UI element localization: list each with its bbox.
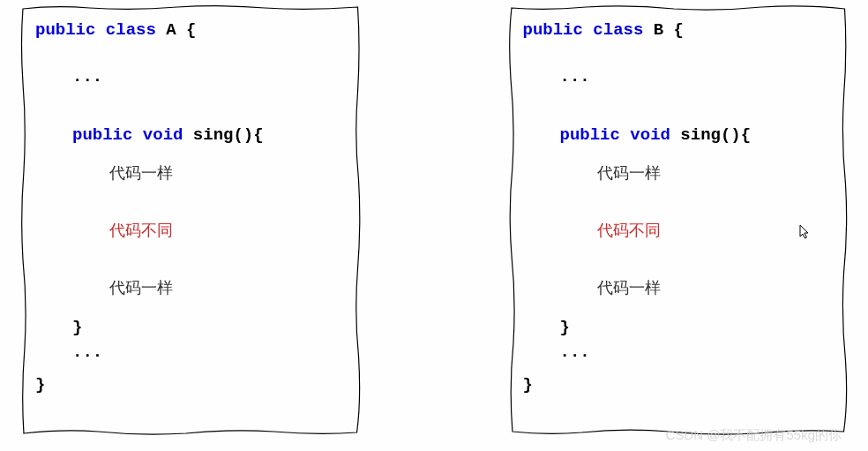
code-same-2: 代码一样 bbox=[35, 277, 346, 301]
code-same-2: 代码一样 bbox=[523, 277, 834, 301]
class-decl: public class A { bbox=[35, 18, 346, 43]
class-decl: public class B { bbox=[523, 18, 834, 43]
code-diff: 代码不同 bbox=[523, 220, 834, 244]
code-same-1: 代码一样 bbox=[35, 162, 346, 186]
method-decl: public void sing(){ bbox=[35, 123, 346, 148]
code-diff: 代码不同 bbox=[35, 220, 346, 244]
ellipsis-2: ... bbox=[523, 340, 834, 365]
method-close: } bbox=[523, 315, 834, 341]
cursor-icon bbox=[799, 224, 812, 244]
method-close: } bbox=[35, 315, 346, 341]
method-decl: public void sing(){ bbox=[523, 123, 834, 148]
ellipsis: ... bbox=[35, 64, 346, 90]
code-same-1: 代码一样 bbox=[523, 162, 834, 186]
class-close: } bbox=[523, 372, 834, 398]
watermark: CSDN @我不配拥有55kg的你 bbox=[666, 427, 842, 444]
code-box-a: public class A { ... public void sing(){… bbox=[19, 4, 362, 436]
ellipsis: ... bbox=[523, 64, 834, 90]
ellipsis-2: ... bbox=[35, 340, 346, 365]
code-box-b: public class B { ... public void sing(){… bbox=[507, 4, 849, 436]
class-close: } bbox=[35, 372, 346, 398]
